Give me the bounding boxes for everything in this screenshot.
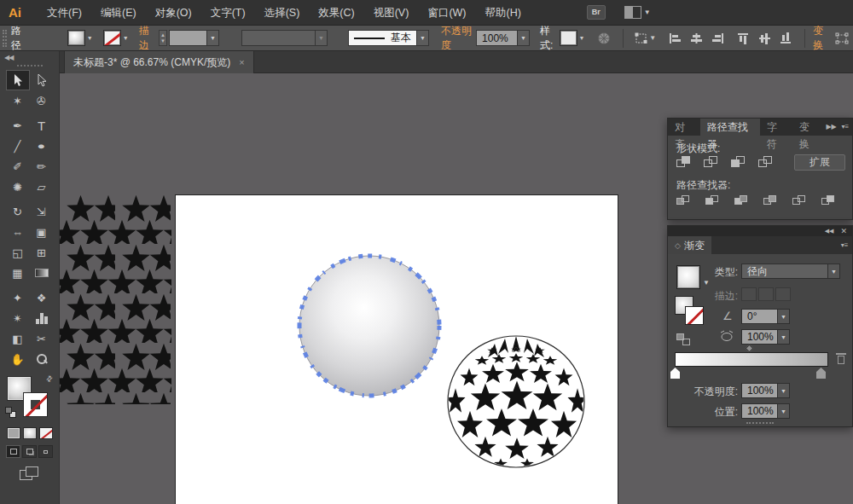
gradient-type-select[interactable]: 径向▼ [741,264,840,279]
default-fill-stroke-icon[interactable] [5,407,16,418]
gradient-stop-start[interactable] [670,368,680,379]
tab-overflow-icon[interactable]: ▶▶ [824,119,838,136]
artboard-tool[interactable]: ◧ [6,328,30,349]
intersect-button[interactable] [729,154,750,170]
align-top-button[interactable] [737,32,750,44]
eyedropper-tool[interactable]: ✦ [6,287,30,308]
trim-button[interactable] [704,194,722,208]
pencil-tool[interactable]: ✏ [30,156,54,177]
gradient-tool[interactable] [30,263,54,283]
pen-tool[interactable]: ✒ [6,115,30,136]
blob-brush-tool[interactable]: ✺ [6,177,30,197]
angle-select[interactable]: 0°▼ [741,309,790,324]
menu-window[interactable]: 窗口(W) [418,0,475,26]
divide-button[interactable] [675,194,693,208]
stroke-along-button[interactable] [758,287,774,301]
gradient-stroke-proxy[interactable] [685,306,704,325]
slice-tool[interactable]: ✂ [30,328,54,349]
exclude-button[interactable] [757,154,777,170]
tab-pathfinder[interactable]: 路径查找器 [700,119,760,136]
draw-normal-button[interactable] [6,445,20,458]
collapse-panel-icon[interactable]: ◀◀ [4,54,13,61]
align-vcenter-button[interactable] [758,32,771,44]
shape-builder-tool[interactable]: ◱ [6,242,30,263]
star-pattern-artwork[interactable] [60,194,171,404]
stroke-color-picker[interactable]: ▼ [103,30,131,46]
none-button[interactable] [39,427,53,439]
reverse-gradient-icon[interactable] [676,333,692,345]
gradient-stop-end[interactable] [816,368,826,379]
color-button[interactable] [7,427,20,439]
line-segment-tool[interactable]: ╱ [6,136,30,156]
panel-grip-icon[interactable] [17,65,43,67]
transform-link[interactable]: 变换 [813,24,828,53]
outline-button[interactable] [791,194,809,208]
collapse-to-icons-icon[interactable]: ◀◀ [825,228,834,235]
symbol-sprayer-tool[interactable]: ✴ [6,308,30,328]
rotate-tool[interactable]: ↻ [6,201,30,222]
chevron-down-icon[interactable]: ▼ [703,279,710,287]
selection-tool[interactable] [6,70,30,90]
align-bottom-button[interactable] [780,32,792,44]
scale-tool[interactable]: ⇲ [30,201,54,222]
unite-button[interactable] [675,154,695,170]
crop-button[interactable] [762,194,780,208]
style-picker[interactable]: ▼ [560,30,587,46]
star-sphere-artwork[interactable] [445,333,587,470]
panel-menu-icon[interactable]: ▾≡ [837,236,852,254]
eraser-tool[interactable]: ▱ [30,177,54,197]
screen-mode-button[interactable] [20,466,40,482]
panel-menu-icon[interactable]: ▾≡ [838,119,852,136]
fill-color-picker[interactable]: ▼ [67,30,95,46]
panel-grip-icon[interactable] [3,30,7,47]
close-icon[interactable]: × [239,57,244,67]
gradient-sphere-artwork[interactable] [297,253,442,398]
perspective-grid-tool[interactable]: ⊞ [30,242,54,263]
zoom-tool[interactable] [30,349,54,369]
opacity-link[interactable]: 不透明度 [441,24,472,53]
tab-gradient[interactable]: ◇ 渐变 [668,236,711,254]
brush-definition-select[interactable]: 基本 ▼ [348,30,429,46]
hand-tool[interactable]: ✋ [6,349,30,369]
menu-object[interactable]: 对象(O) [146,0,201,26]
align-to-selection-button[interactable]: ▼ [635,32,656,44]
bounding-box-icon[interactable] [835,32,849,44]
menu-view[interactable]: 视图(V) [364,0,419,26]
menu-type[interactable]: 文字(T) [201,0,255,26]
stroke-link[interactable]: 描边 [139,24,154,53]
expand-button[interactable]: 扩展 [794,154,845,171]
magic-wand-tool[interactable]: ✶ [6,90,30,111]
minus-front-button[interactable] [702,154,722,170]
tab-character[interactable]: 字符 [760,119,792,136]
aspect-ratio-select[interactable]: 100%▼ [741,329,790,345]
document-tab[interactable]: 未标题-3* @ 66.67% (CMYK/预览) × [64,51,254,73]
align-left-button[interactable] [669,32,682,44]
type-tool[interactable]: T [30,115,54,136]
paintbrush-tool[interactable]: ✐ [6,156,30,177]
free-transform-tool[interactable]: ▣ [30,222,54,242]
draw-inside-button[interactable] [38,445,53,458]
stroke-within-button[interactable] [741,287,757,301]
tab-transform[interactable]: 变换 [792,119,825,136]
stop-location-select[interactable]: 100%▼ [741,403,790,419]
align-center-button[interactable] [690,32,703,44]
opacity-select[interactable]: 100%▼ [476,30,530,46]
menu-select[interactable]: 选择(S) [255,0,310,26]
blend-tool[interactable]: ❖ [30,287,54,308]
tab-align[interactable]: 对齐 [668,119,700,136]
ellipse-tool[interactable]: ● [30,136,54,156]
menu-edit[interactable]: 编辑(E) [91,0,146,26]
workspace-switcher-button[interactable]: ▼ [624,6,651,19]
stroke-proxy-swatch[interactable] [23,392,48,417]
merge-button[interactable] [733,194,751,208]
align-right-button[interactable] [711,32,724,44]
column-graph-tool[interactable] [30,308,54,328]
gradient-midpoint-handle[interactable] [746,345,754,353]
menu-help[interactable]: 帮助(H) [476,0,531,26]
menu-file[interactable]: 文件(F) [38,0,91,26]
close-icon[interactable]: ✕ [840,227,847,235]
stroke-weight-stepper[interactable]: ▲▼ [159,30,167,46]
draw-behind-button[interactable] [22,445,37,458]
menu-effect[interactable]: 效果(C) [309,0,363,26]
stroke-weight-select[interactable]: ▼ [169,30,219,46]
